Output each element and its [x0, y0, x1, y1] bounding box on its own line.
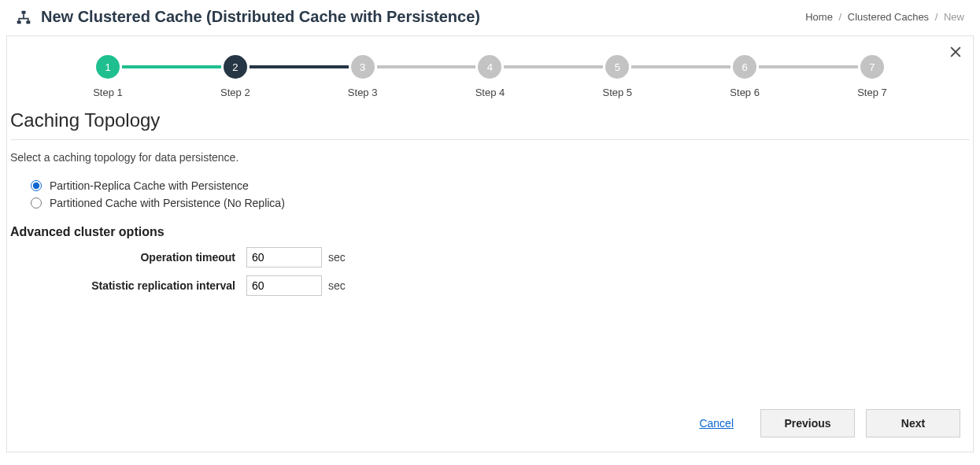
stat-replication-unit: sec: [328, 279, 346, 292]
radio-input-partition-replica[interactable]: [31, 180, 42, 191]
stat-replication-input[interactable]: [246, 275, 322, 296]
field-stat-replication: Statistic replication interval sec: [10, 275, 970, 296]
radio-partition-replica[interactable]: Partition-Replica Cache with Persistence: [31, 179, 970, 192]
step-label: Step 1: [93, 87, 123, 98]
radio-label: Partition-Replica Cache with Persistence: [50, 179, 249, 192]
step-label: Step 7: [857, 87, 887, 98]
stat-replication-label: Statistic replication interval: [10, 279, 246, 292]
step-circle: 5: [605, 55, 629, 79]
stepper: 1 Step 1 2 Step 2 3 Step 3 4 Step 4 5 St…: [7, 36, 973, 98]
step-label: Step 4: [475, 87, 505, 98]
cancel-link[interactable]: Cancel: [699, 417, 734, 430]
svg-rect-1: [17, 20, 21, 24]
next-button[interactable]: Next: [866, 409, 960, 437]
page-title: New Clustered Cache (Distributed Cache w…: [41, 8, 480, 26]
header-left: New Clustered Cache (Distributed Cache w…: [16, 8, 480, 26]
breadcrumb-home[interactable]: Home: [805, 11, 833, 23]
previous-button[interactable]: Previous: [760, 409, 855, 437]
breadcrumb-section[interactable]: Clustered Caches: [848, 11, 929, 23]
step-circle: 1: [96, 55, 120, 79]
operation-timeout-input[interactable]: [246, 247, 322, 268]
step-connector: [504, 65, 603, 68]
step-label: Step 5: [603, 87, 633, 98]
step-connector: [250, 65, 349, 68]
wizard-panel: 1 Step 1 2 Step 2 3 Step 3 4 Step 4 5 St…: [6, 35, 974, 452]
breadcrumb-sep: /: [935, 11, 938, 23]
step-1[interactable]: 1 Step 1: [94, 55, 122, 98]
radio-partitioned-noreplica[interactable]: Partitioned Cache with Persistence (No R…: [31, 197, 970, 209]
breadcrumb: Home / Clustered Caches / New: [805, 11, 964, 23]
step-label: Step 6: [730, 87, 760, 98]
step-circle: 6: [733, 55, 756, 79]
step-4[interactable]: 4 Step 4: [475, 55, 504, 98]
step-circle: 4: [478, 55, 501, 79]
svg-rect-0: [22, 10, 26, 13]
topology-radio-group: Partition-Replica Cache with Persistence…: [10, 179, 970, 209]
section-title: Caching Topology: [7, 98, 973, 139]
field-operation-timeout: Operation timeout sec: [10, 247, 970, 268]
breadcrumb-sep: /: [839, 11, 842, 23]
operation-timeout-label: Operation timeout: [10, 251, 246, 264]
step-connector: [377, 65, 476, 68]
step-2[interactable]: 2 Step 2: [221, 55, 250, 98]
wizard-footer: Cancel Previous Next: [7, 398, 973, 452]
step-connector: [122, 65, 221, 68]
step-6[interactable]: 6 Step 6: [730, 55, 759, 98]
page-header: New Clustered Cache (Distributed Cache w…: [0, 0, 980, 35]
operation-timeout-unit: sec: [328, 251, 346, 264]
divider: [10, 139, 970, 140]
radio-label: Partitioned Cache with Persistence (No R…: [50, 197, 285, 209]
step-circle: 7: [860, 55, 884, 79]
breadcrumb-current: New: [944, 11, 964, 23]
step-connector: [631, 65, 730, 68]
svg-rect-2: [26, 20, 30, 24]
step-7[interactable]: 7 Step 7: [858, 55, 886, 98]
step-label: Step 3: [348, 87, 378, 98]
step-circle: 2: [224, 55, 247, 79]
step-5[interactable]: 5 Step 5: [603, 55, 631, 98]
section-description: Select a caching topology for data persi…: [10, 151, 970, 164]
step-circle: 3: [351, 55, 375, 79]
step-3[interactable]: 3 Step 3: [349, 55, 377, 98]
advanced-options-title: Advanced cluster options: [10, 225, 970, 239]
step-label: Step 2: [220, 87, 250, 98]
sitemap-icon: [16, 9, 31, 25]
close-icon[interactable]: [948, 44, 963, 60]
step-connector: [759, 65, 858, 68]
radio-input-partitioned-noreplica[interactable]: [31, 197, 42, 209]
